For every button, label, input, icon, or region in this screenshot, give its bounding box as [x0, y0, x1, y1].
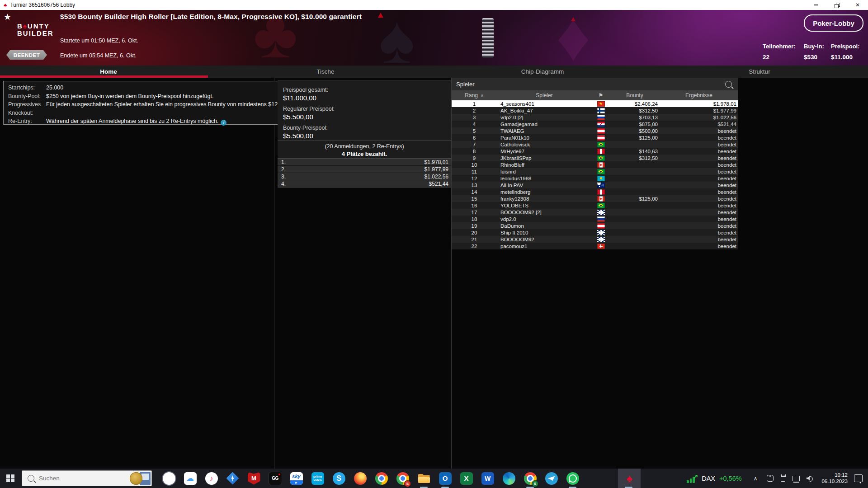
- player-row[interactable]: 16YOLOBETSbeendet: [452, 202, 738, 209]
- player-flag-cell: [592, 223, 610, 229]
- player-row[interactable]: 2AK_Boikki_47$312,50$1.977,99: [452, 107, 738, 114]
- profile-badge: S: [532, 480, 538, 487]
- taskbar-app-ggpoker[interactable]: [264, 469, 286, 488]
- taskbar-app-chrome-profile[interactable]: S: [392, 469, 413, 488]
- stocks-widget[interactable]: ↗ DAX +0,56%: [687, 474, 741, 483]
- taskbar-search[interactable]: [22, 470, 152, 486]
- player-result: beendet: [660, 162, 738, 168]
- taskbar-app-icloud[interactable]: [179, 469, 201, 488]
- taskbar-clock[interactable]: 10:12 06.10.2023: [821, 472, 848, 484]
- taskbar-app-file-explorer[interactable]: [413, 469, 434, 488]
- minimize-button[interactable]: [806, 0, 826, 10]
- taskbar-app-signal[interactable]: [158, 469, 179, 488]
- network-icon[interactable]: [792, 474, 801, 483]
- player-name: ParaN01k10: [497, 135, 592, 141]
- taskbar-app-firefox[interactable]: [349, 469, 371, 488]
- taskbar-app-chrome-profile-2[interactable]: S: [519, 469, 541, 488]
- taskbar-app-prime-video[interactable]: [307, 469, 328, 488]
- player-row[interactable]: 7Catholovisckbeendet: [452, 141, 738, 148]
- tray-device-icon[interactable]: [765, 474, 774, 483]
- player-result: beendet: [660, 149, 738, 154]
- player-row[interactable]: 21BOOOOOM92beendet: [452, 236, 738, 243]
- taskbar-app-word[interactable]: [477, 469, 498, 488]
- taskbar-app-lightning-app[interactable]: [222, 469, 243, 488]
- player-row[interactable]: 20Ship It 2010beendet: [452, 229, 738, 236]
- column-header-bounty[interactable]: Bounty: [610, 92, 660, 99]
- poker-lobby-button[interactable]: Poker-Lobby: [804, 14, 863, 32]
- notifications-icon[interactable]: [854, 474, 863, 482]
- info-row-label: Startchips:: [8, 84, 42, 92]
- start-button[interactable]: [0, 469, 21, 488]
- tab-struktur[interactable]: Struktur: [651, 66, 868, 78]
- taskbar-app-pokerstars[interactable]: [618, 469, 641, 488]
- column-header-rank[interactable]: Rang ∧: [452, 92, 497, 99]
- taskbar-app-edge[interactable]: [498, 469, 519, 488]
- taskbar-app-itunes[interactable]: [201, 469, 222, 488]
- player-row[interactable]: 4Gamadjegamad$875,00$521,44: [452, 121, 738, 127]
- player-result: $1.977,99: [660, 108, 738, 113]
- prizepool-value: $11.000: [831, 52, 860, 63]
- player-row[interactable]: 14metelindbergbeendet: [452, 188, 738, 195]
- player-rank: 21: [452, 237, 497, 242]
- close-button[interactable]: ✕: [847, 0, 868, 10]
- taskbar-app-chrome[interactable]: [371, 469, 392, 488]
- flag-icon-uk: [597, 210, 605, 215]
- taskbar-app-whatsapp[interactable]: [562, 469, 583, 488]
- player-row[interactable]: 6ParaN01k10$125,00beendet: [452, 134, 738, 141]
- usb-icon[interactable]: [778, 474, 788, 483]
- tab-home[interactable]: Home: [0, 66, 217, 78]
- taskbar-app-sky[interactable]: [286, 469, 307, 488]
- player-bounty: $500,00: [610, 128, 660, 134]
- ggpoker-icon: [269, 472, 282, 485]
- taskbar-app-excel[interactable]: [456, 469, 477, 488]
- player-name: BOOOOOM92: [497, 237, 592, 242]
- flag-icon-switzerland: [597, 244, 605, 249]
- tray-expand-icon[interactable]: ∧: [754, 475, 758, 482]
- restore-icon: [835, 3, 840, 8]
- search-highlight-widgets[interactable]: [130, 472, 151, 485]
- column-header-flag[interactable]: ⚑: [592, 92, 610, 99]
- player-row[interactable]: 5TWAIAEG$500,00beendet: [452, 127, 738, 134]
- player-row[interactable]: 15franky12308$125,00beendet: [452, 195, 738, 202]
- dax-change: +0,56%: [719, 475, 742, 482]
- windows-logo-icon: [6, 474, 14, 483]
- total-label: Bounty-Preispool:: [283, 124, 451, 131]
- volume-icon[interactable]: [805, 474, 814, 483]
- taskbar-app-telegram[interactable]: [541, 469, 562, 488]
- player-result: beendet: [660, 135, 738, 141]
- taskbar-app-mcafee[interactable]: [243, 469, 264, 488]
- player-row[interactable]: 19DaDumonbeendet: [452, 222, 738, 229]
- taskbar-app-outlook[interactable]: [434, 469, 456, 488]
- player-row[interactable]: 14_seasons401$2.406,24$1.978,01: [452, 100, 738, 107]
- word-icon: [481, 472, 494, 485]
- player-rank: 1: [452, 101, 497, 107]
- player-row[interactable]: 18vdp2.0beendet: [452, 216, 738, 222]
- info-tooltip-icon[interactable]: i: [221, 120, 226, 126]
- player-flag-cell: [592, 230, 610, 235]
- tab-chip-diagramm[interactable]: Chip-Diagramm: [434, 66, 651, 78]
- taskbar-app-skype[interactable]: [328, 469, 349, 488]
- player-row[interactable]: 12leonidus1988beendet: [452, 175, 738, 182]
- player-row[interactable]: 10RhinoBluffbeendet: [452, 161, 738, 168]
- tournament-header: ♣ ♠ ♦ ★ B♠UNTY BUILDER $530 Bounty Build…: [0, 10, 868, 66]
- search-icon[interactable]: [725, 81, 732, 88]
- player-row[interactable]: 13All In PAVbeendet: [452, 182, 738, 188]
- player-name: vdp2.0 [2]: [497, 115, 592, 120]
- restore-button[interactable]: [826, 0, 847, 10]
- search-input[interactable]: [38, 474, 130, 482]
- player-row[interactable]: 9JKbrasilSPsp$312,50beendet: [452, 155, 738, 161]
- player-row[interactable]: 17BOOOOOM92 [2]beendet: [452, 209, 738, 216]
- column-header-player[interactable]: Spieler: [497, 92, 592, 99]
- flag-icon-uk: [597, 237, 605, 242]
- player-rank: 17: [452, 210, 497, 215]
- tab-tische[interactable]: Tische: [217, 66, 434, 78]
- player-row[interactable]: 8MrHyde97$140,63beendet: [452, 148, 738, 155]
- player-name: pacomouz1: [497, 244, 592, 249]
- column-header-results[interactable]: Ergebnisse: [660, 92, 738, 99]
- flag-icon-australia: [597, 183, 605, 188]
- player-row[interactable]: 3vdp2.0 [2]$703,13$1.022,56: [452, 114, 738, 121]
- player-row[interactable]: 11luisnrdbeendet: [452, 168, 738, 175]
- registrations-count: (20 Anmeldungen, 2 Re-Entrys): [278, 143, 451, 150]
- decorative-triangle: [571, 17, 576, 21]
- player-row[interactable]: 22pacomouz1beendet: [452, 243, 738, 249]
